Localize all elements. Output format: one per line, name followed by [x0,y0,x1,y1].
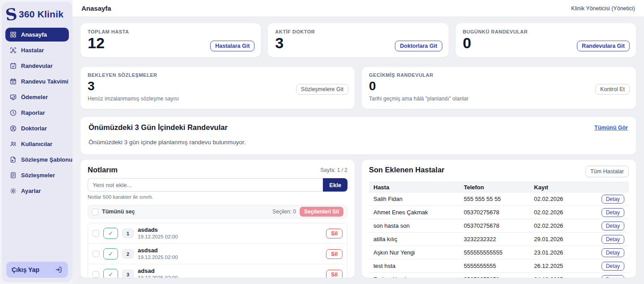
note-item: ✓ 1 asdads 19.12.2025 02:00 Sil [88,223,347,244]
patient-phone: 555555555555 [464,249,534,256]
info-caption: Henüz imzalanmamış sözleşme sayısı [88,96,347,102]
sidebar-item[interactable]: Ayarlar [5,184,69,198]
patient-name: Ahmet Enes Çakmak [373,209,464,216]
sidebar-item[interactable]: Hastalar [5,43,69,57]
sidebar-item-label: Ayarlar [21,188,41,194]
notes-list: ✓ 1 asdads 19.12.2025 02:00 Sil ✓ [88,223,347,278]
info-action-button[interactable]: Kontrol Et [595,84,630,95]
user-role-label: Klinik Yöneticisi (Yönetici) [571,5,635,12]
patient-scan-icon [9,46,17,54]
table-row: Aşkın Nur Yengi 555555555555 23.01.2026 … [369,246,629,259]
app-logo: S 360 Klinik [2,2,72,28]
note-checkbox[interactable] [93,271,99,278]
sidebar-item-label: Sözleşme Şablonu [21,156,72,163]
patient-detail-button[interactable]: Detay [602,235,624,244]
patient-detail-button[interactable]: Detay [602,262,624,271]
sidebar-item-label: Raporlar [21,109,45,116]
sidebar-item[interactable]: Sözleşmeler [5,168,69,182]
all-patients-button[interactable]: Tüm Hastalar [585,166,629,177]
stat-go-button[interactable]: Randevulara Git [577,41,630,51]
patient-name: test hsta [373,263,464,269]
info-caption: Tarihi geçmiş ama hâlâ "planlandı" olanl… [369,96,629,102]
note-item: ✓ 2 asdsad 19.12.2025 02:00 Sil [88,244,347,264]
sidebar-nav: Anasayfa Hastalar Randevular Randevu Tak… [2,28,72,198]
delete-selected-button[interactable]: Seçilenleri Sil [300,207,343,217]
brand-name: 360 Klinik [19,9,64,20]
table-row: son hasta son 05370275678 02.02.2026 Det… [369,219,629,233]
patient-detail-button[interactable]: Detay [602,275,624,278]
table-row: Ahmet Enes Çakmak 05370275678 02.02.2026… [369,206,629,219]
stat-label: TOPLAM HASTA [88,29,254,34]
stat-label: BUGÜNKÜ RANDEVULAR [463,29,629,34]
select-all-checkbox[interactable] [92,209,98,215]
patient-phone: 05370275678 [464,276,534,278]
patient-date: 24.12.2025 [534,276,589,278]
table-row: atilla kılıç 3232232322 29.01.2026 Detay [369,233,629,246]
sidebar-item[interactable]: Sözleşme Şablonu [5,153,69,167]
column-header: Telefon [464,184,534,191]
sidebar-item[interactable]: Raporlar [5,106,69,120]
sidebar-item[interactable]: Kullanıcılar [5,137,69,151]
sidebar-item-label: Randevu Takvimi [21,78,68,85]
table-row: Furkan Yorulmaz 05370275678 24.12.2025 D… [369,273,629,278]
patients-table: Hasta Telefon Kayıt Salih Fidan 555 555 … [369,182,629,278]
recent-patients-card: Son Eklenen Hastalar Tüm Hastalar Hasta … [362,160,636,278]
note-complete-button[interactable]: ✓ [103,269,118,278]
patient-phone: 5555555555 [464,263,534,269]
note-date: 19.12.2025 02:00 [138,275,322,278]
page-title: Anasayfa [81,4,111,12]
notes-card: Notlarım Sayfa: 1 / 2 Ekle Notlar 500 ka… [80,160,355,278]
stat-go-button[interactable]: Doktorlara Git [395,41,442,51]
sidebar-item[interactable]: Anasayfa [5,28,69,42]
note-delete-button[interactable]: Sil [326,270,343,278]
patient-detail-button[interactable]: Detay [602,195,624,204]
column-header: Hasta [373,184,464,191]
sidebar-item-label: Anasayfa [21,31,47,38]
notes-title: Notlarım [88,166,118,174]
patient-detail-button[interactable]: Detay [602,248,624,257]
note-delete-button[interactable]: Sil [326,249,343,259]
sidebar-item-label: Hastalar [21,47,44,54]
patient-date: 02.02.2026 [534,222,589,229]
notes-select-bar: Tümünü seç Seçilen: 0 Seçilenleri Sil [88,205,347,218]
note-complete-button[interactable]: ✓ [103,228,118,239]
stat-go-button[interactable]: Hastalara Git [210,41,254,51]
note-title: asdsad [138,247,322,254]
contract-template-icon [9,156,17,163]
note-checkbox[interactable] [93,251,99,257]
patient-date: 29.01.2026 [534,236,589,242]
patient-phone: 05370275678 [464,222,534,229]
patient-detail-button[interactable]: Detay [602,221,624,230]
patient-date: 02.02.2026 [534,196,589,202]
see-all-link[interactable]: Tümünü Gör [594,125,628,131]
sidebar-item-label: Sözleşmeler [21,172,55,179]
logout-button[interactable]: Çıkış Yap [6,262,68,278]
note-delete-button[interactable]: Sil [326,229,343,238]
stat-cards-row: TOPLAM HASTA 12 Hastalara Git AKTİF DOKT… [80,23,636,57]
note-title: adsad [138,267,322,275]
sidebar-item[interactable]: Ödemeler [5,90,69,104]
sidebar-item-label: Ödemeler [21,94,48,100]
sidebar-item[interactable]: Randevu Takvimi [5,75,69,88]
info-label: BEKLEYEN SÖZLEŞMELER [88,72,347,78]
patient-phone: 3232232322 [464,236,534,242]
dashboard-icon [9,31,17,38]
upcoming-title: Önümüzdeki 3 Gün İçindeki Randevular [89,123,228,132]
upcoming-appointments-card: Önümüzdeki 3 Gün İçindeki Randevular Tüm… [80,117,636,155]
gear-icon [9,187,17,195]
patient-date: 26.12.2025 [534,263,589,269]
note-checkbox[interactable] [93,230,99,237]
note-date: 19.12.2025 02:00 [138,234,322,240]
sidebar-item[interactable]: Randevular [5,59,69,73]
calendar-31-icon [9,78,17,85]
sidebar-item[interactable]: Doktorlar [5,121,69,135]
add-note-button[interactable]: Ekle [323,178,347,192]
stat-card: BUGÜNKÜ RANDEVULAR 0 Randevulara Git [456,23,636,57]
patient-phone: 05370275678 [464,209,534,216]
patient-detail-button[interactable]: Detay [602,208,624,217]
info-action-button[interactable]: Sözleşmelere Git [296,84,348,95]
payment-icon [9,93,17,101]
patient-name: son hasta son [373,222,464,229]
note-complete-button[interactable]: ✓ [103,248,118,259]
new-note-input[interactable] [88,178,323,192]
